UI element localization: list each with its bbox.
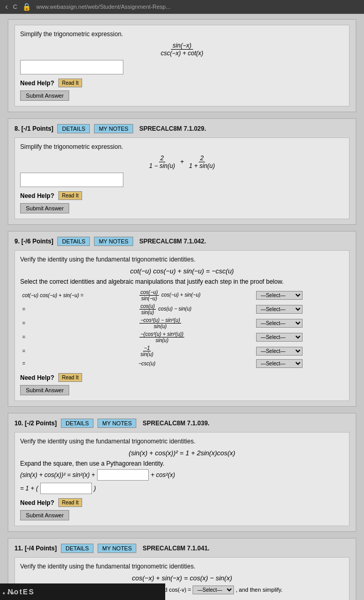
step-6-rhs: −csc(u) bbox=[136, 358, 254, 369]
problem-11-points: 11. [-/4 Points] bbox=[14, 545, 57, 552]
lock-icon: 🔒 bbox=[22, 3, 31, 11]
step-4-select[interactable]: —Select— bbox=[254, 330, 344, 344]
problem-11-identity: cos(−x) + sin(−x) = cos(x) − sin(x) bbox=[20, 574, 344, 582]
problem-8-expr: 2 1 − sin(u) + 2 1 + sin(u) bbox=[20, 155, 344, 170]
problem-10-expand: Expand the square, then use a Pythagorea… bbox=[20, 460, 344, 467]
step-1-lhs: cot(−u) cos(−u) + sin(−u) = bbox=[20, 288, 136, 302]
problem-11-details-btn[interactable]: DETAILS bbox=[61, 544, 93, 553]
step-5-select[interactable]: —Select— bbox=[254, 344, 344, 358]
problem-9-submit[interactable]: Submit Answer bbox=[20, 385, 69, 395]
step-6-dropdown[interactable]: —Select— bbox=[256, 359, 303, 368]
problem-10-header: 10. [-/2 Points] DETAILS MY NOTES SPRECA… bbox=[14, 419, 350, 428]
problem-11-mynotes-btn[interactable]: MY NOTES bbox=[98, 544, 136, 553]
problem-8-help: Need Help? Read It bbox=[20, 191, 344, 200]
step-3-lhs: = bbox=[20, 316, 136, 330]
refresh-icon[interactable]: C bbox=[13, 4, 17, 10]
problem-11-header: 11. [-/4 Points] DETAILS MY NOTES SPRECA… bbox=[14, 544, 350, 553]
problem-10-body: Verify the identity using the fundamenta… bbox=[14, 432, 350, 526]
problem-8-mynotes-btn[interactable]: MY NOTES bbox=[94, 124, 133, 133]
step-4-rhs: −(cos²(u) + sin²(u)) sin(u) bbox=[136, 330, 254, 344]
problem-9-points: 9. [-/6 Points] bbox=[14, 238, 53, 245]
problem-8-header: 8. [-/1 Points] DETAILS MY NOTES SPRECAL… bbox=[14, 124, 350, 133]
step-6-lhs: = bbox=[20, 358, 136, 369]
problem-10-points: 10. [-/2 Points] bbox=[14, 420, 57, 427]
problem-10-box1[interactable] bbox=[97, 469, 149, 481]
problem-8-answer[interactable] bbox=[20, 173, 123, 187]
problem-10-box2[interactable] bbox=[40, 483, 92, 494]
steps-table: cot(−u) cos(−u) + sin(−u) = cos(−u) sin(… bbox=[20, 288, 344, 369]
problem-8-submit[interactable]: Submit Answer bbox=[20, 203, 69, 213]
step-row-4: = −(cos²(u) + sin²(u)) sin(u) —Select— bbox=[20, 330, 344, 344]
problem-9-header: 9. [-/6 Points] DETAILS MY NOTES SPRECAL… bbox=[14, 237, 350, 246]
problem-7-body: Simplify the trigonometric expression. s… bbox=[14, 25, 350, 106]
problem-10-help: Need Help? Read It bbox=[20, 498, 344, 507]
problem-8: 8. [-/1 Points] DETAILS MY NOTES SPRECAL… bbox=[8, 118, 356, 225]
problem-10-submit[interactable]: Submit Answer bbox=[20, 510, 69, 520]
url-display: www.webassign.net/web/Student/Assignment… bbox=[36, 4, 170, 10]
dots-area: • • • bbox=[3, 589, 14, 597]
problem-9-details-btn[interactable]: DETAILS bbox=[57, 237, 90, 246]
problem-9-identity: cot(−u) cos(−u) + sin(−u) = −csc(u) bbox=[20, 267, 344, 275]
step-row-1: cot(−u) cos(−u) + sin(−u) = cos(−u) sin(… bbox=[20, 288, 344, 302]
step-1-rhs: cos(−u) sin(−u) cos(−u) + sin(−u) bbox=[136, 288, 254, 302]
problem-10-formula1: (sin(x) + cos(x))² = sin²(x) + + cos²(x) bbox=[20, 469, 344, 481]
ellipsis: • • • bbox=[3, 589, 14, 597]
problem-9-title: Verify the identity using the fundamenta… bbox=[20, 256, 344, 263]
problem-8-body: Simplify the trigonometric expression. 2… bbox=[14, 137, 350, 219]
step-2-lhs: = bbox=[20, 302, 136, 316]
main-content: Simplify the trigonometric expression. s… bbox=[0, 14, 364, 600]
problem-7: Simplify the trigonometric expression. s… bbox=[8, 19, 356, 112]
problem-9-mynotes-btn[interactable]: MY NOTES bbox=[94, 237, 133, 246]
step-5-dropdown[interactable]: —Select— bbox=[256, 347, 303, 356]
problem-9-body: Verify the identity using the fundamenta… bbox=[14, 250, 350, 401]
problem-10-details-btn[interactable]: DETAILS bbox=[61, 419, 93, 428]
step-2-rhs: cos(u) sin(u) cos(u) − sin(u) bbox=[136, 302, 254, 316]
step-5-lhs: = bbox=[20, 344, 136, 358]
problem-8-points: 8. [-/1 Points] bbox=[14, 125, 53, 132]
problem-10-ref: SPRECALC8M 7.1.039. bbox=[143, 420, 209, 427]
problem-10-identity: (sin(x) + cos(x))² = 1 + 2sin(x)cos(x) bbox=[20, 449, 344, 457]
step-row-2: = cos(u) sin(u) cos(u) − sin(u) —Select— bbox=[20, 302, 344, 316]
step-3-select[interactable]: —Select— bbox=[254, 316, 344, 330]
step-6-select[interactable]: —Select— bbox=[254, 358, 344, 369]
problem-10-read-btn[interactable]: Read It bbox=[58, 498, 82, 507]
problem-9-help: Need Help? Read It bbox=[20, 373, 344, 382]
step-3-rhs: −cos²(u) − sin²(u) sin(u) bbox=[136, 316, 254, 330]
problem-9-ref: SPRECALC8M 7.1.042. bbox=[139, 238, 206, 245]
problem-7-help: Need Help? Read It bbox=[20, 79, 344, 87]
step-1-dropdown[interactable]: —Select— bbox=[256, 291, 303, 300]
step-4-lhs: = bbox=[20, 330, 136, 344]
problem-11-select2[interactable]: —Select— bbox=[193, 586, 234, 594]
problem-7-read-btn[interactable]: Read It bbox=[58, 79, 82, 87]
step-row-5: = −1 sin(u) —Select— bbox=[20, 344, 344, 358]
step-row-3: = −cos²(u) − sin²(u) sin(u) —Select— bbox=[20, 316, 344, 330]
step-2-select[interactable]: —Select— bbox=[254, 302, 344, 316]
step-5-rhs: −1 sin(u) bbox=[136, 344, 254, 358]
problem-10-formula2: = 1 + ( ) bbox=[20, 483, 344, 494]
problem-10: 10. [-/2 Points] DETAILS MY NOTES SPRECA… bbox=[8, 413, 356, 532]
problem-8-ref: SPRECALC8M 7.1.029. bbox=[139, 125, 206, 132]
problem-7-expr: sin(−x) csc(−x) + cot(x) bbox=[20, 42, 344, 57]
problem-7-answer[interactable] bbox=[20, 60, 123, 74]
step-3-dropdown[interactable]: —Select— bbox=[256, 319, 303, 328]
problem-11-ref: SPRECALC8M 7.1.041. bbox=[143, 545, 209, 552]
step-1-select[interactable]: —Select— bbox=[254, 288, 344, 302]
problem-11-title: Verify the identity using the fundamenta… bbox=[20, 563, 344, 570]
problem-9: 9. [-/6 Points] DETAILS MY NOTES SPRECAL… bbox=[8, 231, 356, 407]
top-bar: ‹ C 🔒 www.webassign.net/web/Student/Assi… bbox=[0, 0, 364, 14]
problem-7-submit[interactable]: Submit Answer bbox=[20, 90, 69, 101]
problem-7-title: Simplify the trigonometric expression. bbox=[20, 30, 344, 38]
step-2-dropdown[interactable]: —Select— bbox=[256, 305, 303, 314]
problem-8-title: Simplify the trigonometric expression. bbox=[20, 143, 344, 150]
problem-9-read-btn[interactable]: Read It bbox=[58, 373, 82, 382]
problem-8-details-btn[interactable]: DETAILS bbox=[57, 124, 90, 133]
problem-9-instruction: Select the correct identities and algebr… bbox=[20, 278, 344, 285]
back-icon[interactable]: ‹ bbox=[5, 2, 8, 11]
problem-10-mynotes-btn[interactable]: MY NOTES bbox=[98, 419, 136, 428]
problem-8-read-btn[interactable]: Read It bbox=[58, 191, 82, 200]
step-row-6: = −csc(u) —Select— bbox=[20, 358, 344, 369]
problem-10-title: Verify the identity using the fundamenta… bbox=[20, 438, 344, 445]
bottom-notes-bar: NotES bbox=[0, 583, 165, 600]
step-4-dropdown[interactable]: —Select— bbox=[256, 333, 303, 342]
